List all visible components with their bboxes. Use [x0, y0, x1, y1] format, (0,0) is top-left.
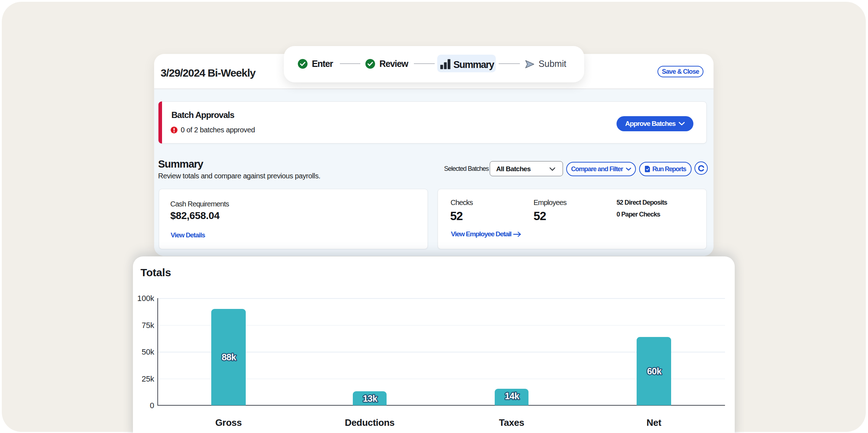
svg-text:14k: 14k	[505, 391, 520, 401]
svg-text:13k: 13k	[363, 393, 378, 404]
svg-text:60k: 60k	[647, 366, 662, 376]
svg-text:88k: 88k	[222, 352, 236, 362]
